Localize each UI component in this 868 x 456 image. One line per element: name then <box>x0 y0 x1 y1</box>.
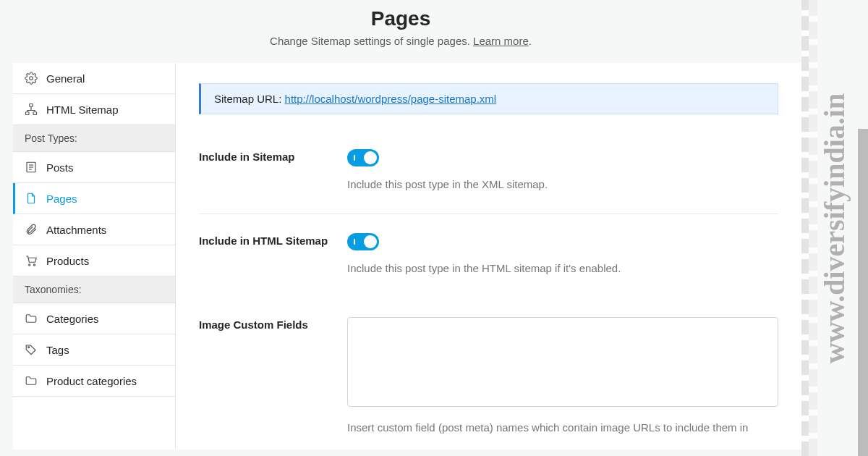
learn-more-link[interactable]: Learn more <box>473 35 529 47</box>
sidebar-item-label: Attachments <box>46 224 106 236</box>
sidebar-item-label: Product categories <box>46 375 137 387</box>
sidebar-item-categories[interactable]: Categories <box>13 303 175 334</box>
decorative-strip <box>809 0 817 456</box>
sidebar-item-html-sitemap[interactable]: HTML Sitemap <box>13 94 175 125</box>
page-icon <box>25 192 38 205</box>
svg-point-8 <box>29 264 30 266</box>
tag-icon <box>25 343 38 356</box>
settings-sidebar: General HTML Sitemap Post Types: Posts P… <box>13 63 176 449</box>
svg-point-0 <box>30 77 33 80</box>
sidebar-item-tags[interactable]: Tags <box>13 334 175 366</box>
sidebar-item-product-categories[interactable]: Product categories <box>13 366 175 397</box>
sidebar-item-posts[interactable]: Posts <box>13 152 175 183</box>
sidebar-item-pages[interactable]: Pages <box>13 183 175 214</box>
page-subtitle: Change Sitemap settings of single pages.… <box>0 35 801 47</box>
setting-desc: Insert custom field (post meta) names wh… <box>347 420 778 436</box>
setting-label: Include in HTML Sitemap <box>199 233 347 277</box>
svg-point-9 <box>33 264 35 266</box>
sitemap-url-notice: Sitemap URL: http://localhost/wordpress/… <box>199 83 778 114</box>
sitemap-url-link[interactable]: http://localhost/wordpress/page-sitemap.… <box>285 93 497 105</box>
folder-icon <box>25 374 38 387</box>
notice-label: Sitemap URL: <box>214 93 285 105</box>
gear-icon <box>25 72 38 85</box>
setting-image-custom-fields: Image Custom Fields Insert custom field … <box>199 290 778 449</box>
sidebar-item-label: HTML Sitemap <box>46 104 118 116</box>
setting-desc: Include this post type in the HTML sitem… <box>347 261 778 277</box>
sidebar-item-label: Pages <box>46 193 77 205</box>
folder-icon <box>25 312 38 325</box>
sidebar-item-label: Tags <box>46 344 69 356</box>
cart-icon <box>25 254 38 267</box>
svg-rect-2 <box>26 112 30 115</box>
svg-rect-1 <box>30 104 33 107</box>
sitemap-icon <box>25 103 38 116</box>
sidebar-item-attachments[interactable]: Attachments <box>13 214 175 245</box>
setting-label: Image Custom Fields <box>199 317 347 436</box>
sidebar-item-label: Posts <box>46 161 74 174</box>
main-panel: Sitemap URL: http://localhost/wordpress/… <box>176 63 801 449</box>
sidebar-item-general[interactable]: General <box>13 63 175 94</box>
svg-point-10 <box>28 347 30 348</box>
sidebar-header-post-types: Post Types: <box>13 125 175 152</box>
setting-include-html-sitemap: Include in HTML Sitemap Include this pos… <box>199 214 778 290</box>
include-sitemap-toggle[interactable] <box>347 149 379 166</box>
decorative-strip <box>801 0 809 456</box>
sidebar-item-label: Products <box>46 255 89 267</box>
setting-label: Include in Sitemap <box>199 149 347 193</box>
include-html-sitemap-toggle[interactable] <box>347 233 379 250</box>
scrollbar-thumb[interactable] <box>858 129 868 456</box>
page-title: Pages <box>0 7 801 30</box>
image-custom-fields-input[interactable] <box>347 317 778 407</box>
attachment-icon <box>25 223 38 236</box>
setting-desc: Include this post type in the XML sitema… <box>347 177 778 193</box>
post-icon <box>25 161 38 174</box>
sidebar-item-label: General <box>46 72 85 85</box>
svg-rect-3 <box>33 112 37 115</box>
setting-include-sitemap: Include in Sitemap Include this post typ… <box>199 136 778 214</box>
sidebar-item-products[interactable]: Products <box>13 245 175 276</box>
sidebar-header-taxonomies: Taxonomies: <box>13 276 175 303</box>
sidebar-item-label: Categories <box>46 313 99 325</box>
page-header: Pages Change Sitemap settings of single … <box>0 0 801 63</box>
